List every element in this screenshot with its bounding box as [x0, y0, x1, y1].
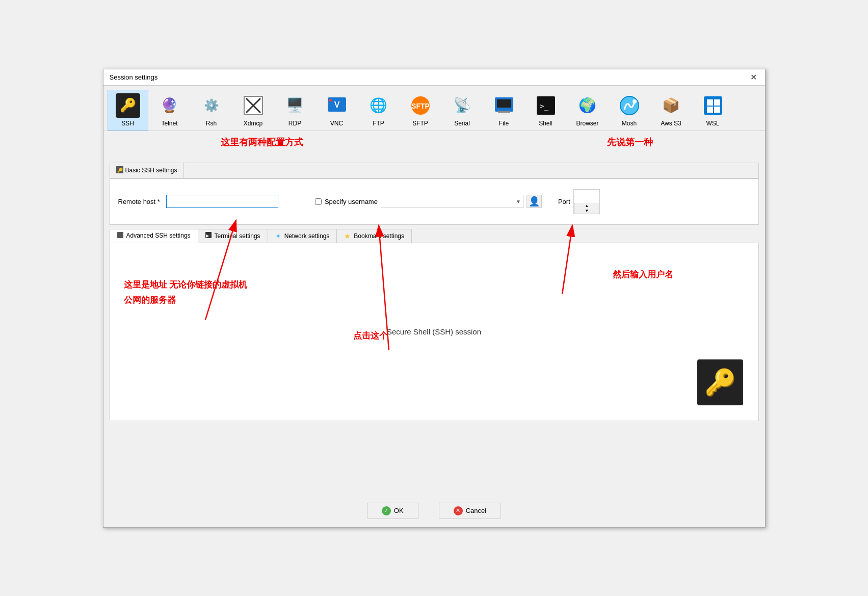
protocol-rdp[interactable]: 🖥️ RDP — [275, 90, 315, 131]
browser-icon: 🌍 — [575, 93, 600, 118]
wsl-icon — [701, 93, 725, 118]
ok-check-icon: ✓ — [382, 506, 391, 515]
protocol-browser[interactable]: 🌍 Browser — [567, 90, 608, 131]
session-description: Secure Shell (SSH) session — [387, 327, 481, 336]
protocol-sftp-label: SFTP — [412, 120, 428, 127]
footer-buttons: ✓ OK ✕ Cancel — [103, 495, 765, 527]
session-settings-dialog: Session settings ✕ 🔑 SSH 🔮 Telnet ⚙️ Rsh — [103, 69, 766, 528]
shell-icon: >_ — [534, 93, 558, 118]
xdmcp-icon — [241, 93, 266, 118]
protocol-mosh-label: Mosh — [622, 120, 637, 127]
bookmark-tab-icon: ★ — [344, 232, 351, 240]
protocol-ftp-label: FTP — [373, 120, 384, 127]
svg-rect-10 — [498, 111, 510, 113]
tab-terminal[interactable]: ▶ Terminal settings — [198, 229, 268, 243]
annotation-first-type: 先说第一种 — [607, 136, 653, 148]
tab-advanced-ssh[interactable]: Advanced SSH settings — [110, 229, 198, 243]
svg-text:🔑: 🔑 — [117, 167, 123, 173]
protocol-vnc[interactable]: V VNC — [317, 90, 357, 131]
content-area: 这里有两种配置方式 先说第一种 🔑 Basic SSH settings Rem… — [103, 131, 765, 495]
protocol-ftp[interactable]: 🌐 FTP — [358, 90, 399, 131]
tab-network[interactable]: ✦ Network settings — [268, 229, 337, 243]
key-icon-box: 🔑 — [697, 359, 743, 405]
protocol-shell-label: Shell — [539, 120, 553, 127]
svg-rect-5 — [329, 99, 332, 101]
svg-text:V: V — [334, 100, 339, 109]
protocol-bar: 🔑 SSH 🔮 Telnet ⚙️ Rsh Xdmcp — [103, 86, 765, 131]
basic-ssh-body: Remote host * Specify username ▼ 👤 — [110, 178, 758, 224]
tab-bookmark[interactable]: ★ Bookmark settings — [336, 229, 412, 243]
protocol-serial[interactable]: 📡 Serial — [442, 90, 483, 131]
tab-bookmark-label: Bookmark settings — [354, 232, 404, 240]
username-dropdown[interactable]: ▼ — [381, 195, 523, 208]
svg-text:▶: ▶ — [206, 234, 209, 238]
close-button[interactable]: ✕ — [748, 72, 759, 82]
ssh-icon: 🔑 — [116, 93, 140, 118]
protocol-xdmcp-label: Xdmcp — [244, 120, 262, 127]
sftp-icon: SFTP — [408, 93, 433, 118]
protocol-awss3-label: Aws S3 — [661, 120, 681, 127]
svg-rect-16 — [707, 99, 713, 106]
protocol-telnet[interactable]: 🔮 Telnet — [149, 90, 190, 131]
protocol-ssh[interactable]: 🔑 SSH — [108, 90, 148, 131]
protocol-shell[interactable]: >_ Shell — [525, 90, 566, 131]
protocol-mosh[interactable]: Mosh — [609, 90, 650, 131]
specify-username-label[interactable]: Specify username — [325, 198, 378, 205]
protocol-ssh-label: SSH — [121, 120, 134, 127]
protocol-wsl-label: WSL — [706, 120, 719, 127]
rsh-icon: ⚙️ — [199, 93, 224, 118]
protocol-serial-label: Serial — [454, 120, 470, 127]
vnc-icon: V — [325, 93, 349, 118]
protocol-sftp[interactable]: SFTP SFTP — [400, 90, 441, 131]
cancel-x-icon: ✕ — [454, 506, 463, 515]
basic-ssh-tab-label: Basic SSH settings — [125, 167, 177, 174]
port-up-button[interactable]: ▲ — [574, 203, 599, 209]
svg-rect-9 — [497, 99, 511, 108]
dropdown-arrow-icon: ▼ — [516, 199, 521, 204]
basic-ssh-tab[interactable]: 🔑 Basic SSH settings — [110, 163, 184, 178]
port-label: Port — [558, 198, 570, 205]
tab-network-label: Network settings — [284, 232, 330, 240]
dialog-title: Session settings — [110, 73, 158, 81]
advanced-tabs: Advanced SSH settings ▶ Terminal setting… — [110, 229, 759, 243]
advanced-ssh-tab-icon — [117, 232, 123, 240]
specify-username-checkbox[interactable] — [315, 198, 322, 205]
annotation-config-types: 这里有两种配置方式 — [221, 136, 303, 148]
protocol-rsh[interactable]: ⚙️ Rsh — [191, 90, 232, 131]
terminal-tab-icon: ▶ — [205, 232, 212, 240]
cancel-button[interactable]: ✕ Cancel — [439, 503, 501, 519]
svg-rect-19 — [714, 107, 720, 113]
cancel-label: Cancel — [466, 507, 486, 514]
remote-host-label: Remote host * — [118, 198, 160, 205]
ok-button[interactable]: ✓ OK — [367, 503, 418, 519]
basic-ssh-panel: 🔑 Basic SSH settings Remote host * Speci… — [110, 163, 759, 225]
port-down-button[interactable]: ▼ — [574, 209, 599, 214]
port-input[interactable]: 22 — [574, 190, 599, 203]
user-avatar-icon: 👤 — [529, 196, 540, 207]
specify-username-group: Specify username ▼ 👤 — [315, 195, 542, 208]
protocol-rsh-label: Rsh — [206, 120, 217, 127]
protocol-awss3[interactable]: 📦 Aws S3 — [651, 90, 692, 131]
protocol-rdp-label: RDP — [288, 120, 301, 127]
svg-rect-18 — [707, 107, 713, 113]
remote-host-row: Remote host * Specify username ▼ 👤 — [118, 185, 750, 218]
mosh-icon — [617, 93, 642, 118]
protocol-file-label: File — [499, 120, 509, 127]
network-tab-icon: ✦ — [275, 232, 281, 240]
svg-text:>_: >_ — [540, 102, 548, 111]
user-icon-button[interactable]: 👤 — [527, 195, 542, 208]
main-content-panel: Secure Shell (SSH) session 🔑 — [110, 243, 759, 421]
protocol-xdmcp[interactable]: Xdmcp — [233, 90, 274, 131]
serial-icon: 📡 — [450, 93, 475, 118]
svg-rect-26 — [117, 232, 123, 238]
ftp-icon: 🌐 — [366, 93, 391, 118]
tab-advanced-ssh-label: Advanced SSH settings — [126, 232, 191, 239]
remote-host-input[interactable] — [166, 195, 278, 208]
port-group: Port 22 ▲ ▼ — [558, 189, 600, 214]
awss3-icon: 📦 — [659, 93, 683, 118]
protocol-telnet-label: Telnet — [161, 120, 177, 127]
protocol-wsl[interactable]: WSL — [693, 90, 733, 131]
key-icon: 🔑 — [704, 368, 736, 397]
svg-point-14 — [633, 99, 637, 103]
protocol-file[interactable]: File — [484, 90, 524, 131]
